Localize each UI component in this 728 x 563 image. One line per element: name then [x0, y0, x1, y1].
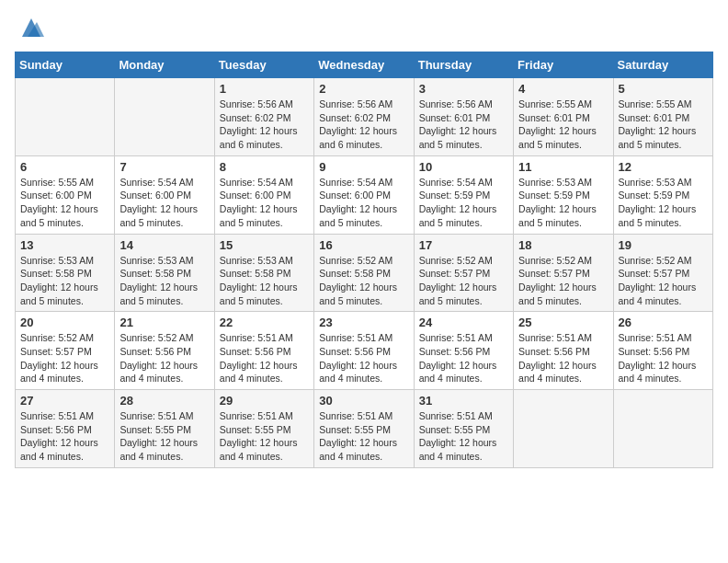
- day-number: 21: [119, 316, 209, 329]
- day-number: 6: [20, 160, 109, 174]
- day-info: Sunrise: 5:55 AM Sunset: 6:00 PM Dayligh…: [20, 177, 98, 228]
- day-info: Sunrise: 5:55 AM Sunset: 6:01 PM Dayligh…: [619, 98, 697, 150]
- day-number: 17: [419, 238, 508, 252]
- calendar-cell: [514, 390, 613, 468]
- day-info: Sunrise: 5:52 AM Sunset: 5:57 PM Dayligh…: [518, 255, 597, 306]
- day-info: Sunrise: 5:51 AM Sunset: 5:55 PM Dayligh…: [119, 410, 198, 462]
- day-number: 26: [619, 316, 708, 329]
- calendar-cell: 18Sunrise: 5:52 AM Sunset: 5:57 PM Dayli…: [514, 234, 613, 312]
- day-info: Sunrise: 5:52 AM Sunset: 5:57 PM Dayligh…: [419, 255, 497, 306]
- day-number: 5: [619, 82, 708, 96]
- day-info: Sunrise: 5:52 AM Sunset: 5:58 PM Dayligh…: [319, 255, 397, 306]
- calendar-cell: 24Sunrise: 5:51 AM Sunset: 5:56 PM Dayli…: [414, 312, 513, 390]
- day-info: Sunrise: 5:53 AM Sunset: 5:58 PM Dayligh…: [220, 255, 298, 306]
- calendar-cell: [16, 78, 115, 156]
- calendar-cell: 5Sunrise: 5:55 AM Sunset: 6:01 PM Daylig…: [613, 78, 712, 156]
- calendar-cell: 2Sunrise: 5:56 AM Sunset: 6:02 PM Daylig…: [314, 78, 414, 156]
- header-day-tuesday: Tuesday: [214, 52, 313, 78]
- calendar-cell: 11Sunrise: 5:53 AM Sunset: 5:59 PM Dayli…: [514, 155, 613, 234]
- day-number: 27: [20, 394, 109, 408]
- header-day-monday: Monday: [115, 52, 214, 78]
- day-info: Sunrise: 5:53 AM Sunset: 5:59 PM Dayligh…: [518, 177, 597, 228]
- day-number: 22: [220, 316, 309, 329]
- day-number: 14: [119, 238, 209, 252]
- day-info: Sunrise: 5:54 AM Sunset: 6:00 PM Dayligh…: [319, 177, 397, 228]
- day-info: Sunrise: 5:55 AM Sunset: 6:01 PM Dayligh…: [518, 98, 597, 150]
- week-row-2: 6Sunrise: 5:55 AM Sunset: 6:00 PM Daylig…: [16, 155, 713, 234]
- calendar-cell: 16Sunrise: 5:52 AM Sunset: 5:58 PM Dayli…: [314, 234, 414, 312]
- calendar-cell: 9Sunrise: 5:54 AM Sunset: 6:00 PM Daylig…: [314, 155, 414, 234]
- calendar-cell: 28Sunrise: 5:51 AM Sunset: 5:55 PM Dayli…: [115, 390, 214, 468]
- day-number: 25: [518, 316, 608, 329]
- day-info: Sunrise: 5:56 AM Sunset: 6:02 PM Dayligh…: [319, 98, 397, 150]
- day-info: Sunrise: 5:53 AM Sunset: 5:59 PM Dayligh…: [619, 177, 697, 228]
- calendar-cell: 26Sunrise: 5:51 AM Sunset: 5:56 PM Dayli…: [613, 312, 712, 390]
- calendar-cell: 29Sunrise: 5:51 AM Sunset: 5:55 PM Dayli…: [214, 390, 313, 468]
- day-info: Sunrise: 5:51 AM Sunset: 5:56 PM Dayligh…: [518, 332, 597, 384]
- day-number: 10: [419, 160, 508, 174]
- header-day-saturday: Saturday: [613, 52, 712, 78]
- day-number: 7: [119, 160, 209, 174]
- day-number: 20: [20, 316, 109, 329]
- day-number: 1: [220, 82, 309, 96]
- calendar-cell: [613, 390, 712, 468]
- calendar-cell: 19Sunrise: 5:52 AM Sunset: 5:57 PM Dayli…: [613, 234, 712, 312]
- calendar-cell: 23Sunrise: 5:51 AM Sunset: 5:56 PM Dayli…: [314, 312, 414, 390]
- page-header: [15, 15, 713, 40]
- calendar-cell: 8Sunrise: 5:54 AM Sunset: 6:00 PM Daylig…: [214, 155, 313, 234]
- day-number: 13: [20, 238, 109, 252]
- calendar-cell: 20Sunrise: 5:52 AM Sunset: 5:57 PM Dayli…: [16, 312, 115, 390]
- day-number: 29: [220, 394, 309, 408]
- day-info: Sunrise: 5:51 AM Sunset: 5:55 PM Dayligh…: [319, 410, 397, 462]
- header-day-friday: Friday: [514, 52, 613, 78]
- day-number: 8: [220, 160, 309, 174]
- calendar-cell: 31Sunrise: 5:51 AM Sunset: 5:55 PM Dayli…: [414, 390, 513, 468]
- day-info: Sunrise: 5:52 AM Sunset: 5:57 PM Dayligh…: [20, 332, 98, 384]
- day-number: 3: [419, 82, 508, 96]
- week-row-1: 1Sunrise: 5:56 AM Sunset: 6:02 PM Daylig…: [16, 78, 713, 156]
- day-number: 9: [319, 160, 408, 174]
- logo-icon: [18, 15, 44, 40]
- calendar-cell: 30Sunrise: 5:51 AM Sunset: 5:55 PM Dayli…: [314, 390, 414, 468]
- day-info: Sunrise: 5:56 AM Sunset: 6:02 PM Dayligh…: [220, 98, 298, 150]
- day-number: 31: [419, 394, 508, 408]
- day-info: Sunrise: 5:54 AM Sunset: 6:00 PM Dayligh…: [220, 177, 298, 228]
- calendar-cell: 10Sunrise: 5:54 AM Sunset: 5:59 PM Dayli…: [414, 155, 513, 234]
- calendar-cell: 14Sunrise: 5:53 AM Sunset: 5:58 PM Dayli…: [115, 234, 214, 312]
- day-info: Sunrise: 5:52 AM Sunset: 5:57 PM Dayligh…: [619, 255, 697, 306]
- header-row: SundayMondayTuesdayWednesdayThursdayFrid…: [16, 52, 713, 78]
- day-info: Sunrise: 5:56 AM Sunset: 6:01 PM Dayligh…: [419, 98, 497, 150]
- logo: [15, 15, 44, 40]
- day-info: Sunrise: 5:51 AM Sunset: 5:56 PM Dayligh…: [20, 410, 98, 462]
- calendar-cell: 6Sunrise: 5:55 AM Sunset: 6:00 PM Daylig…: [16, 155, 115, 234]
- day-info: Sunrise: 5:51 AM Sunset: 5:56 PM Dayligh…: [220, 332, 298, 384]
- day-number: 16: [319, 238, 408, 252]
- calendar-cell: 17Sunrise: 5:52 AM Sunset: 5:57 PM Dayli…: [414, 234, 513, 312]
- calendar-cell: 3Sunrise: 5:56 AM Sunset: 6:01 PM Daylig…: [414, 78, 513, 156]
- day-info: Sunrise: 5:51 AM Sunset: 5:56 PM Dayligh…: [419, 332, 497, 384]
- day-info: Sunrise: 5:51 AM Sunset: 5:56 PM Dayligh…: [619, 332, 697, 384]
- day-number: 30: [319, 394, 408, 408]
- calendar-cell: 27Sunrise: 5:51 AM Sunset: 5:56 PM Dayli…: [16, 390, 115, 468]
- calendar-cell: [115, 78, 214, 156]
- day-number: 4: [518, 82, 608, 96]
- week-row-5: 27Sunrise: 5:51 AM Sunset: 5:56 PM Dayli…: [16, 390, 713, 468]
- day-info: Sunrise: 5:52 AM Sunset: 5:56 PM Dayligh…: [119, 332, 198, 384]
- calendar-cell: 21Sunrise: 5:52 AM Sunset: 5:56 PM Dayli…: [115, 312, 214, 390]
- day-info: Sunrise: 5:51 AM Sunset: 5:55 PM Dayligh…: [220, 410, 298, 462]
- calendar-cell: 7Sunrise: 5:54 AM Sunset: 6:00 PM Daylig…: [115, 155, 214, 234]
- day-number: 28: [119, 394, 209, 408]
- day-info: Sunrise: 5:54 AM Sunset: 5:59 PM Dayligh…: [419, 177, 497, 228]
- day-number: 11: [518, 160, 608, 174]
- week-row-3: 13Sunrise: 5:53 AM Sunset: 5:58 PM Dayli…: [16, 234, 713, 312]
- calendar-cell: 25Sunrise: 5:51 AM Sunset: 5:56 PM Dayli…: [514, 312, 613, 390]
- day-number: 24: [419, 316, 508, 329]
- day-info: Sunrise: 5:53 AM Sunset: 5:58 PM Dayligh…: [20, 255, 98, 306]
- calendar-cell: 4Sunrise: 5:55 AM Sunset: 6:01 PM Daylig…: [514, 78, 613, 156]
- day-info: Sunrise: 5:53 AM Sunset: 5:58 PM Dayligh…: [119, 255, 198, 306]
- day-info: Sunrise: 5:51 AM Sunset: 5:55 PM Dayligh…: [419, 410, 497, 462]
- day-number: 15: [220, 238, 309, 252]
- day-number: 12: [619, 160, 708, 174]
- day-number: 19: [619, 238, 708, 252]
- day-number: 18: [518, 238, 608, 252]
